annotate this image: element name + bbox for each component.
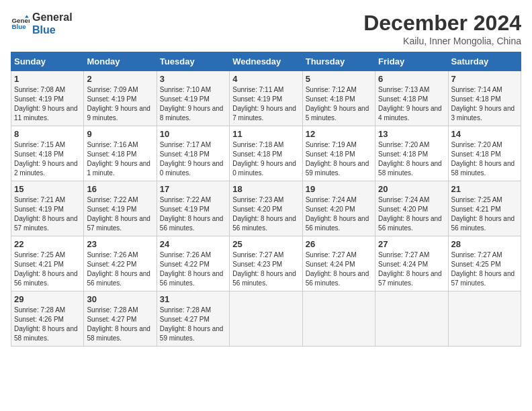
day-info: Sunrise: 7:10 AM Sunset: 4:19 PM Dayligh…: [160, 85, 226, 123]
day-cell: 4 Sunrise: 7:11 AM Sunset: 4:19 PM Dayli…: [230, 71, 302, 126]
day-info: Sunrise: 7:21 AM Sunset: 4:19 PM Dayligh…: [14, 195, 81, 233]
day-cell: 10 Sunrise: 7:17 AM Sunset: 4:18 PM Dayl…: [157, 126, 229, 181]
day-number: 25: [232, 239, 299, 249]
day-info: Sunrise: 7:18 AM Sunset: 4:18 PM Dayligh…: [232, 140, 299, 178]
col-saturday: Saturday: [448, 52, 521, 71]
location: Kailu, Inner Mongolia, China: [363, 36, 521, 46]
col-sunday: Sunday: [11, 52, 84, 71]
day-number: 15: [14, 184, 81, 194]
week-row-2: 8 Sunrise: 7:15 AM Sunset: 4:18 PM Dayli…: [11, 126, 521, 181]
week-row-4: 22 Sunrise: 7:25 AM Sunset: 4:21 PM Dayl…: [11, 236, 521, 291]
day-cell: 23 Sunrise: 7:26 AM Sunset: 4:22 PM Dayl…: [84, 236, 157, 291]
day-cell: 5 Sunrise: 7:12 AM Sunset: 4:18 PM Dayli…: [302, 71, 375, 126]
col-wednesday: Wednesday: [230, 52, 302, 71]
day-cell: 29 Sunrise: 7:28 AM Sunset: 4:26 PM Dayl…: [11, 291, 84, 347]
day-cell: 17 Sunrise: 7:22 AM Sunset: 4:19 PM Dayl…: [157, 181, 229, 236]
day-info: Sunrise: 7:19 AM Sunset: 4:18 PM Dayligh…: [306, 140, 372, 178]
day-cell: 16 Sunrise: 7:22 AM Sunset: 4:19 PM Dayl…: [84, 181, 157, 236]
day-number: 27: [378, 239, 445, 249]
day-info: Sunrise: 7:22 AM Sunset: 4:19 PM Dayligh…: [87, 195, 153, 233]
day-cell: 9 Sunrise: 7:16 AM Sunset: 4:18 PM Dayli…: [84, 126, 157, 181]
col-monday: Monday: [84, 52, 157, 71]
day-info: Sunrise: 7:13 AM Sunset: 4:18 PM Dayligh…: [378, 85, 445, 123]
day-cell: 30 Sunrise: 7:28 AM Sunset: 4:27 PM Dayl…: [84, 291, 157, 347]
week-row-3: 15 Sunrise: 7:21 AM Sunset: 4:19 PM Dayl…: [11, 181, 521, 236]
day-cell: 8 Sunrise: 7:15 AM Sunset: 4:18 PM Dayli…: [11, 126, 84, 181]
day-number: 7: [451, 74, 518, 84]
day-number: 18: [232, 184, 299, 194]
day-number: 21: [451, 184, 518, 194]
day-number: 13: [378, 129, 445, 139]
day-cell: 28 Sunrise: 7:27 AM Sunset: 4:25 PM Dayl…: [448, 236, 521, 291]
day-number: 8: [14, 129, 81, 139]
day-number: 16: [87, 184, 153, 194]
week-row-1: 1 Sunrise: 7:08 AM Sunset: 4:19 PM Dayli…: [11, 71, 521, 126]
day-cell: 13 Sunrise: 7:20 AM Sunset: 4:18 PM Dayl…: [375, 126, 448, 181]
day-info: Sunrise: 7:15 AM Sunset: 4:18 PM Dayligh…: [14, 140, 81, 178]
day-cell: 21 Sunrise: 7:25 AM Sunset: 4:21 PM Dayl…: [448, 181, 521, 236]
day-info: Sunrise: 7:28 AM Sunset: 4:26 PM Dayligh…: [14, 306, 81, 343]
day-info: Sunrise: 7:26 AM Sunset: 4:22 PM Dayligh…: [160, 250, 226, 288]
header: General Blue General Blue December 2024 …: [11, 11, 521, 46]
day-cell: 26 Sunrise: 7:27 AM Sunset: 4:24 PM Dayl…: [302, 236, 375, 291]
day-cell: 31 Sunrise: 7:28 AM Sunset: 4:27 PM Dayl…: [157, 291, 229, 347]
day-info: Sunrise: 7:11 AM Sunset: 4:19 PM Dayligh…: [232, 85, 299, 123]
day-cell: 15 Sunrise: 7:21 AM Sunset: 4:19 PM Dayl…: [11, 181, 84, 236]
logo-icon: General Blue: [11, 14, 30, 33]
col-tuesday: Tuesday: [157, 52, 229, 71]
day-number: 31: [160, 294, 226, 304]
day-cell: 7 Sunrise: 7:14 AM Sunset: 4:18 PM Dayli…: [448, 71, 521, 126]
day-info: Sunrise: 7:25 AM Sunset: 4:21 PM Dayligh…: [14, 250, 81, 288]
day-number: 12: [306, 129, 372, 139]
day-info: Sunrise: 7:26 AM Sunset: 4:22 PM Dayligh…: [87, 250, 153, 288]
day-number: 14: [451, 129, 518, 139]
day-info: Sunrise: 7:20 AM Sunset: 4:18 PM Dayligh…: [378, 140, 445, 178]
day-info: Sunrise: 7:12 AM Sunset: 4:18 PM Dayligh…: [306, 85, 372, 123]
week-row-5: 29 Sunrise: 7:28 AM Sunset: 4:26 PM Dayl…: [11, 291, 521, 347]
day-info: Sunrise: 7:27 AM Sunset: 4:25 PM Dayligh…: [451, 250, 518, 288]
day-info: Sunrise: 7:08 AM Sunset: 4:19 PM Dayligh…: [14, 85, 81, 123]
day-number: 20: [378, 184, 445, 194]
day-cell: 11 Sunrise: 7:18 AM Sunset: 4:18 PM Dayl…: [230, 126, 302, 181]
logo-blue: Blue: [32, 24, 73, 36]
col-friday: Friday: [375, 52, 448, 71]
day-info: Sunrise: 7:23 AM Sunset: 4:20 PM Dayligh…: [232, 195, 299, 233]
day-cell: 20 Sunrise: 7:24 AM Sunset: 4:20 PM Dayl…: [375, 181, 448, 236]
day-number: 5: [306, 74, 372, 84]
day-cell: [302, 291, 375, 347]
day-number: 28: [451, 239, 518, 249]
day-info: Sunrise: 7:09 AM Sunset: 4:19 PM Dayligh…: [87, 85, 153, 123]
day-number: 17: [160, 184, 226, 194]
day-number: 19: [306, 184, 372, 194]
month-title: December 2024: [363, 11, 521, 36]
day-number: 4: [232, 74, 299, 84]
day-cell: 1 Sunrise: 7:08 AM Sunset: 4:19 PM Dayli…: [11, 71, 84, 126]
day-number: 3: [160, 74, 226, 84]
logo: General Blue General Blue: [11, 11, 73, 36]
calendar-body: 1 Sunrise: 7:08 AM Sunset: 4:19 PM Dayli…: [11, 71, 521, 347]
day-number: 6: [378, 74, 445, 84]
day-number: 23: [87, 239, 153, 249]
header-row: Sunday Monday Tuesday Wednesday Thursday…: [11, 52, 521, 71]
day-cell: 18 Sunrise: 7:23 AM Sunset: 4:20 PM Dayl…: [230, 181, 302, 236]
col-thursday: Thursday: [302, 52, 375, 71]
day-cell: 2 Sunrise: 7:09 AM Sunset: 4:19 PM Dayli…: [84, 71, 157, 126]
day-info: Sunrise: 7:24 AM Sunset: 4:20 PM Dayligh…: [378, 195, 445, 233]
day-number: 11: [232, 129, 299, 139]
day-number: 9: [87, 129, 153, 139]
day-info: Sunrise: 7:25 AM Sunset: 4:21 PM Dayligh…: [451, 195, 518, 233]
day-cell: 6 Sunrise: 7:13 AM Sunset: 4:18 PM Dayli…: [375, 71, 448, 126]
day-info: Sunrise: 7:24 AM Sunset: 4:20 PM Dayligh…: [306, 195, 372, 233]
day-number: 10: [160, 129, 226, 139]
day-info: Sunrise: 7:27 AM Sunset: 4:24 PM Dayligh…: [378, 250, 445, 288]
day-cell: 27 Sunrise: 7:27 AM Sunset: 4:24 PM Dayl…: [375, 236, 448, 291]
day-info: Sunrise: 7:20 AM Sunset: 4:18 PM Dayligh…: [451, 140, 518, 178]
day-info: Sunrise: 7:28 AM Sunset: 4:27 PM Dayligh…: [160, 306, 226, 343]
day-cell: 3 Sunrise: 7:10 AM Sunset: 4:19 PM Dayli…: [157, 71, 229, 126]
day-number: 29: [14, 294, 81, 304]
day-number: 2: [87, 74, 153, 84]
day-info: Sunrise: 7:27 AM Sunset: 4:23 PM Dayligh…: [232, 250, 299, 288]
day-cell: 25 Sunrise: 7:27 AM Sunset: 4:23 PM Dayl…: [230, 236, 302, 291]
day-info: Sunrise: 7:28 AM Sunset: 4:27 PM Dayligh…: [87, 306, 153, 343]
day-info: Sunrise: 7:17 AM Sunset: 4:18 PM Dayligh…: [160, 140, 226, 178]
